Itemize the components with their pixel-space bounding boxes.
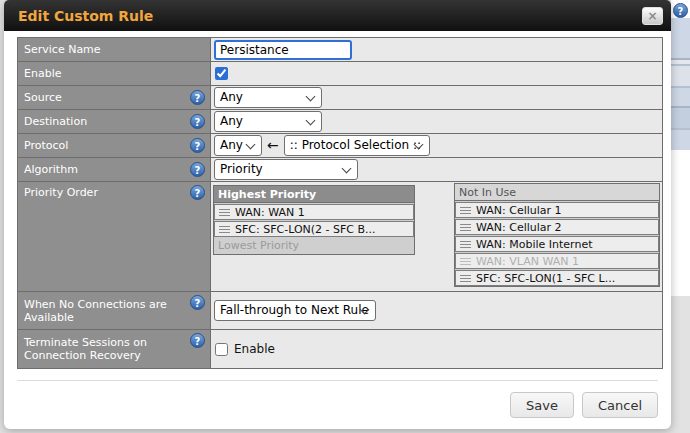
algorithm-label-text: Algorithm <box>24 163 78 176</box>
help-icon[interactable]: ? <box>190 295 205 310</box>
terminate-checkbox[interactable] <box>215 343 228 356</box>
terminate-checkbox-label: Enable <box>234 342 275 356</box>
drag-handle-icon[interactable] <box>460 275 471 282</box>
source-label-text: Source <box>24 91 62 104</box>
protocol-select[interactable]: Any <box>214 135 262 156</box>
algorithm-select[interactable]: Priority <box>214 159 358 180</box>
no-connections-label-text: When No Connections are Available <box>24 298 184 324</box>
terminate-sessions-value-cell: Enable <box>211 330 662 368</box>
drag-handle-icon[interactable] <box>460 207 471 214</box>
enable-value-cell <box>211 62 662 85</box>
priority-item-label: SFC: SFC-LON(1 - SFC L... <box>476 272 615 285</box>
priority-item-disabled[interactable]: WAN: VLAN WAN 1 <box>455 253 659 269</box>
drag-handle-icon[interactable] <box>460 241 471 248</box>
save-button[interactable]: Save <box>510 392 574 418</box>
priority-in-use-list: Highest Priority WAN: WAN 1 SFC: SFC-LON… <box>213 185 415 255</box>
not-in-use-header: Not In Use <box>455 184 659 201</box>
rule-form-table: Service Name Enable Source ? Any <box>17 37 663 369</box>
priority-item[interactable]: SFC: SFC-LON(1 - SFC L... <box>455 270 659 286</box>
destination-label: Destination ? <box>18 110 211 133</box>
drag-handle-icon[interactable] <box>460 258 471 265</box>
protocol-select-value: Any <box>220 138 243 152</box>
help-icon[interactable]: ? <box>190 333 205 348</box>
algorithm-label: Algorithm ? <box>18 158 211 181</box>
destination-row: Destination ? Any <box>18 110 662 134</box>
chevron-down-icon <box>246 139 256 149</box>
dialog-title: Edit Custom Rule <box>4 8 153 24</box>
not-in-use-list: Not In Use WAN: Cellular 1 WAN: Cellular… <box>454 183 660 287</box>
destination-select-value: Any <box>220 114 243 128</box>
priority-order-label-text: Priority Order <box>24 186 98 199</box>
destination-label-text: Destination <box>24 115 87 128</box>
edit-custom-rule-dialog: Edit Custom Rule × Service Name Enable S… <box>4 0 671 429</box>
algorithm-select-value: Priority <box>220 162 263 176</box>
dialog-footer: Save Cancel <box>17 380 658 429</box>
priority-item[interactable]: WAN: Cellular 2 <box>455 219 659 235</box>
help-icon[interactable]: ? <box>190 162 205 177</box>
background-page-sliver: ? <box>671 0 690 433</box>
service-name-label: Service Name <box>18 38 211 61</box>
destination-value-cell: Any <box>211 110 662 133</box>
enable-row: Enable <box>18 62 662 86</box>
close-icon[interactable]: × <box>642 7 663 25</box>
priority-item-label: SFC: SFC-LON(2 - SFC B... <box>235 223 376 236</box>
priority-item[interactable]: WAN: Mobile Internet <box>455 236 659 252</box>
no-connections-label: When No Connections are Available ? <box>18 292 211 329</box>
priority-item-label: WAN: Cellular 1 <box>476 204 562 217</box>
dialog-titlebar: Edit Custom Rule × <box>4 0 671 31</box>
source-value-cell: Any <box>211 86 662 109</box>
priority-item-label: WAN: Cellular 2 <box>476 221 562 234</box>
help-icon[interactable]: ? <box>190 90 205 105</box>
destination-select[interactable]: Any <box>214 111 322 132</box>
priority-order-row: Priority Order ? Highest Priority WAN: W… <box>18 182 662 292</box>
chevron-down-icon <box>306 91 316 101</box>
priority-item[interactable]: WAN: Cellular 1 <box>455 202 659 218</box>
no-connections-select-value: Fall-through to Next Rule <box>220 303 369 317</box>
protocol-selection-select[interactable]: :: Protocol Selection :: <box>284 135 430 156</box>
service-name-input[interactable] <box>214 40 352 60</box>
priority-order-label: Priority Order ? <box>18 182 211 291</box>
protocol-row: Protocol ? Any ← :: Protocol Selection :… <box>18 134 662 158</box>
protocol-selection-value: :: Protocol Selection :: <box>290 138 421 152</box>
chevron-down-icon <box>306 115 316 125</box>
source-row: Source ? Any <box>18 86 662 110</box>
page-help-icon[interactable]: ? <box>673 3 688 18</box>
priority-item-label: WAN: VLAN WAN 1 <box>476 255 579 268</box>
help-icon[interactable]: ? <box>190 185 205 200</box>
priority-item[interactable]: SFC: SFC-LON(2 - SFC B... <box>214 221 414 237</box>
enable-checkbox[interactable] <box>215 67 228 80</box>
highest-priority-header: Highest Priority <box>214 186 414 203</box>
no-connections-row: When No Connections are Available ? Fall… <box>18 292 662 330</box>
no-connections-select[interactable]: Fall-through to Next Rule <box>214 300 376 321</box>
priority-item-label: WAN: Mobile Internet <box>476 238 593 251</box>
enable-label: Enable <box>18 62 211 85</box>
drag-handle-icon[interactable] <box>219 209 230 216</box>
terminate-sessions-row: Terminate Sessions on Connection Recover… <box>18 330 662 368</box>
algorithm-row: Algorithm ? Priority <box>18 158 662 182</box>
service-name-row: Service Name <box>18 38 662 62</box>
source-select[interactable]: Any <box>214 87 322 108</box>
arrow-left-icon: ← <box>267 135 279 156</box>
help-icon[interactable]: ? <box>190 114 205 129</box>
algorithm-value-cell: Priority <box>211 158 662 181</box>
priority-item-label: WAN: WAN 1 <box>235 206 305 219</box>
lowest-priority-footer: Lowest Priority <box>214 237 414 254</box>
source-select-value: Any <box>220 90 243 104</box>
drag-handle-icon[interactable] <box>219 226 230 233</box>
source-label: Source ? <box>18 86 211 109</box>
help-icon[interactable]: ? <box>190 138 205 153</box>
service-name-value-cell <box>211 38 662 61</box>
drag-handle-icon[interactable] <box>460 224 471 231</box>
no-connections-value-cell: Fall-through to Next Rule <box>211 292 662 329</box>
cancel-button[interactable]: Cancel <box>582 392 658 418</box>
protocol-label: Protocol ? <box>18 134 211 157</box>
terminate-sessions-label-text: Terminate Sessions on Connection Recover… <box>24 336 184 362</box>
protocol-label-text: Protocol <box>24 139 68 152</box>
priority-order-value-cell: Highest Priority WAN: WAN 1 SFC: SFC-LON… <box>211 182 662 291</box>
chevron-down-icon <box>342 163 352 173</box>
protocol-value-cell: Any ← :: Protocol Selection :: <box>211 134 662 157</box>
priority-item[interactable]: WAN: WAN 1 <box>214 204 414 220</box>
terminate-sessions-label: Terminate Sessions on Connection Recover… <box>18 330 211 368</box>
